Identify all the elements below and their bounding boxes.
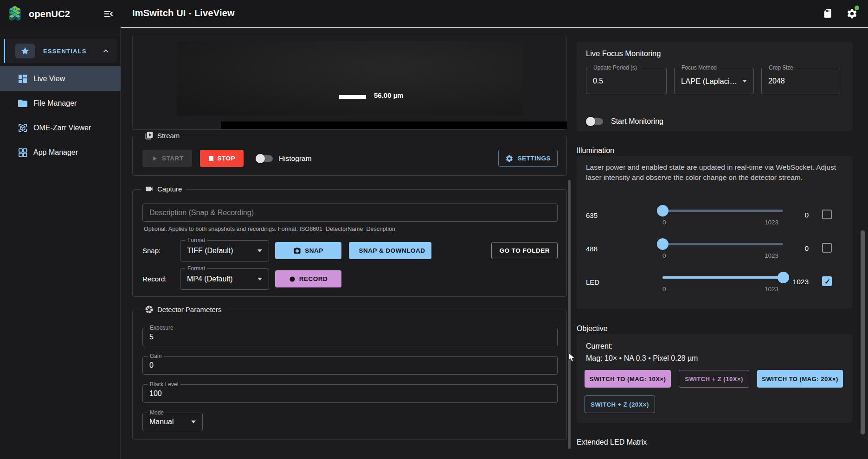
camera-icon <box>293 247 301 255</box>
extended-led-matrix-title: Extended LED Matrix <box>577 438 647 446</box>
channel-name: 635 <box>586 211 598 219</box>
apps-grid-icon <box>17 147 28 158</box>
objective-title: Objective <box>577 325 608 333</box>
mode-select[interactable]: Mode Manual <box>142 413 203 431</box>
slider-knob[interactable] <box>657 238 669 250</box>
update-period-field[interactable]: Update Period (s) 0.5 <box>586 68 667 94</box>
crop-size-field[interactable]: Crop Size 2048 <box>761 68 840 94</box>
laser-488-slider[interactable] <box>662 237 783 250</box>
sidebar-item-label: File Manager <box>33 99 77 108</box>
camera-stream-image: 56.00 µm <box>177 41 523 115</box>
sidebar-item-app-manager[interactable]: App Manager <box>0 140 121 165</box>
scale-bar-label: 56.00 µm <box>374 91 404 99</box>
detector-parameters-section: Detector Parameters Exposure 5 Gain 0 Bl… <box>132 310 567 440</box>
description-input[interactable]: Description (Snap & Recording) <box>142 204 558 222</box>
snap-and-download-button[interactable]: SNAP & DOWNLOAD <box>349 242 431 259</box>
folder-icon <box>17 98 28 109</box>
channel-value: 0 <box>781 211 809 219</box>
channel-value: 1023 <box>781 278 809 286</box>
snap-format-select[interactable]: Format TIFF (Default) <box>180 240 269 261</box>
stream-settings-button[interactable]: SETTINGS <box>498 150 558 167</box>
slider-range-labels: 0 1023 <box>662 286 783 293</box>
record-row-label: Record: <box>142 275 173 283</box>
laser-635-row: 635 0 1023 0 <box>586 200 845 234</box>
sidebar-item-live-view[interactable]: Live View <box>0 66 121 91</box>
video-library-icon <box>145 131 154 140</box>
switch-plus-z-20x-button[interactable]: SWITCH + Z (20X×) <box>585 395 655 413</box>
led-row: LED 0 1023 1023 <box>586 267 845 300</box>
chevron-up-icon[interactable] <box>101 46 110 56</box>
sidebar: ESSENTIALS Live View File Manager <box>0 28 121 459</box>
laser-635-enable-checkbox[interactable] <box>822 210 832 219</box>
brand-name: openUC2 <box>29 9 70 19</box>
gain-field[interactable]: Gain 0 <box>142 356 558 375</box>
channel-value: 0 <box>781 244 809 253</box>
collapse-sidebar-icon[interactable] <box>103 8 114 19</box>
main-scrollbar-thumb[interactable] <box>568 180 571 449</box>
led-enable-checkbox[interactable] <box>822 276 832 286</box>
slider-knob[interactable] <box>657 205 669 217</box>
connection-status-dot <box>855 6 859 10</box>
laser-488-enable-checkbox[interactable] <box>822 243 832 253</box>
stop-stream-button[interactable]: STOP <box>200 150 244 167</box>
black-level-field[interactable]: Black Level 100 <box>142 384 558 403</box>
section-label: ESSENTIALS <box>43 48 87 55</box>
start-monitoring-toggle[interactable] <box>586 116 604 127</box>
brand: openUC2 <box>6 5 70 23</box>
sidebar-item-label: OME-Zarr Viewer <box>33 124 91 132</box>
videocam-icon <box>145 185 154 193</box>
objective-card: Current: Mag: 10× • NA 0.3 • Pixel 0.28 … <box>577 334 853 423</box>
channel-name: LED <box>586 278 599 286</box>
window-scrollbar-thumb[interactable] <box>861 230 865 434</box>
stop-icon <box>208 156 214 161</box>
sidebar-divider <box>0 34 121 34</box>
switch-to-mag10-button[interactable]: SWITCH TO (MAG: 10X×) <box>585 370 671 388</box>
focus-card-title: Live Focus Monitoring <box>586 49 661 58</box>
record-dot-icon <box>289 276 296 282</box>
dropdown-caret-icon <box>257 278 262 280</box>
stream-section: Stream START STOP Histogram SETTINGS <box>132 136 567 176</box>
record-button[interactable]: RECORD <box>275 270 341 287</box>
snap-button[interactable]: SNAP <box>275 242 341 259</box>
settings-gear-icon[interactable] <box>846 7 858 19</box>
objective-current-value: Mag: 10× • NA 0.3 • Pixel 0.28 µm <box>586 354 698 363</box>
stream-legend: Stream <box>141 131 183 140</box>
aperture-icon <box>145 305 154 314</box>
slider-range-labels: 0 1023 <box>662 252 783 259</box>
topbar-divider <box>121 27 868 28</box>
openuc2-logo-icon <box>6 5 24 23</box>
detector-legend: Detector Parameters <box>141 305 225 314</box>
exposure-field[interactable]: Exposure 5 <box>142 328 558 346</box>
live-stream-viewer[interactable]: 56.00 µm <box>132 35 567 130</box>
sidebar-item-file-manager[interactable]: File Manager <box>0 91 121 115</box>
start-stream-button[interactable]: START <box>142 150 192 167</box>
laser-635-slider[interactable] <box>662 204 783 217</box>
sd-card-icon[interactable] <box>822 7 834 19</box>
page-title: ImSwitch UI - LiveView <box>132 8 235 19</box>
go-to-folder-button[interactable]: GO TO FOLDER <box>491 242 558 259</box>
histogram-toggle-label: Histogram <box>279 154 312 163</box>
play-icon <box>151 155 158 162</box>
histogram-toggle[interactable] <box>256 153 274 164</box>
illumination-title: Illumination <box>577 147 614 155</box>
sidebar-section-essentials[interactable]: ESSENTIALS <box>4 39 117 63</box>
sidebar-item-ome-zarr-viewer[interactable]: OME-Zarr Viewer <box>0 115 121 140</box>
gear-icon <box>505 154 514 163</box>
record-format-select[interactable]: Format MP4 (Default) <box>180 268 269 290</box>
start-monitoring-label: Start Monitoring <box>611 117 663 126</box>
dropdown-caret-icon <box>257 249 262 252</box>
illumination-card: Laser power and enabled state are update… <box>577 156 853 309</box>
topbar-actions <box>822 7 858 19</box>
description-helper-text: Optional. Applies to both snapshots and … <box>144 226 395 232</box>
led-slider[interactable] <box>662 271 783 284</box>
imswitch-app: openUC2 ImSwitch UI - LiveView ESSENTIAL… <box>0 0 868 459</box>
laser-488-row: 488 0 1023 0 <box>586 234 845 267</box>
section-accent-bar <box>4 39 5 63</box>
scale-bar <box>339 95 366 99</box>
switch-plus-z-10x-button[interactable]: SWITCH + Z (10X×) <box>679 370 749 388</box>
channel-name: 488 <box>586 245 598 253</box>
focus-method-select[interactable]: Focus Method LAPE (Laplaci… <box>674 68 754 94</box>
objective-current-label: Current: <box>586 342 613 351</box>
main-content: 56.00 µm Stream START STOP <box>121 28 572 459</box>
switch-to-mag20-button[interactable]: SWITCH TO (MAG: 20X×) <box>757 370 843 388</box>
